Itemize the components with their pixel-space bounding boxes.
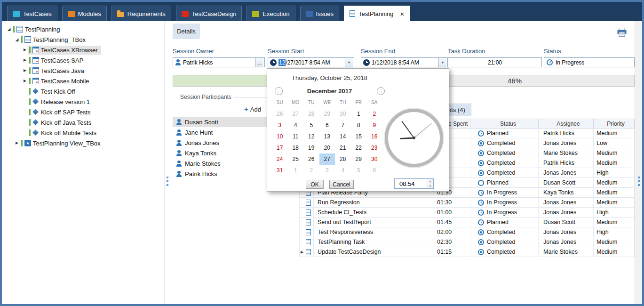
calendar-day[interactable]: 30: [335, 108, 351, 120]
calendar-day[interactable]: 11: [288, 131, 304, 142]
calendar-day[interactable]: 3: [319, 165, 335, 176]
tree-item[interactable]: TestCases Mobile: [2, 76, 164, 86]
calendar-day[interactable]: 26: [272, 108, 288, 120]
tree-item[interactable]: TestPlanning View_TBox: [2, 138, 164, 148]
calendar-day[interactable]: 28: [335, 153, 351, 165]
calendar-day[interactable]: 21: [335, 142, 351, 153]
task-duration-field[interactable]: 21:00: [448, 57, 542, 67]
tab-execution[interactable]: Execution ×: [246, 6, 295, 21]
calendar-day[interactable]: 16: [366, 131, 382, 142]
calendar-day[interactable]: 27: [288, 108, 304, 120]
tab-modules[interactable]: Modules ×: [62, 6, 107, 21]
tree-item[interactable]: Kick off Java Tests: [2, 117, 164, 128]
spinner-down-icon[interactable]: [427, 184, 433, 188]
status-field[interactable]: In Progress: [544, 57, 635, 67]
task-row[interactable]: Run Regression 01:30 In Progress Jonas J…: [299, 198, 635, 208]
calendar-day[interactable]: 8: [351, 120, 367, 131]
print-button[interactable]: [616, 27, 628, 38]
add-participant-button[interactable]: Add: [244, 105, 261, 113]
row-expander-icon[interactable]: [301, 250, 305, 254]
tree-item[interactable]: Release version 1: [2, 97, 164, 107]
calendar-day[interactable]: 9: [366, 120, 382, 131]
calendar-day[interactable]: 29: [351, 153, 367, 165]
calendar-day[interactable]: 30: [366, 153, 382, 165]
calendar-day[interactable]: 2: [366, 108, 382, 120]
calendar-day[interactable]: 12: [303, 131, 319, 142]
tree-expander-icon[interactable]: [14, 138, 20, 148]
prev-month-icon[interactable]: ←: [275, 87, 283, 95]
tree-item[interactable]: Test Kick Off: [2, 86, 164, 97]
dropdown-button[interactable]: [345, 58, 353, 67]
calendar-day[interactable]: 15: [351, 131, 367, 142]
tree-expander-icon[interactable]: [22, 65, 28, 76]
calendar-day[interactable]: 4: [335, 165, 351, 176]
vertical-scrollbar[interactable]: [635, 21, 642, 304]
calendar-day[interactable]: 20: [319, 142, 335, 153]
tree-item[interactable]: TestPlanning: [2, 24, 164, 34]
tree-expander-icon[interactable]: [6, 24, 12, 35]
tree-item[interactable]: TestCases SAP: [2, 55, 164, 65]
calendar-day[interactable]: 24: [272, 153, 288, 165]
tab-testcases[interactable]: TestCases ×: [7, 6, 57, 21]
session-owner-field[interactable]: Patrik Hicks ...: [173, 57, 265, 67]
task-row[interactable]: TestPlanning Task 02:30 Completed Jonas …: [299, 237, 635, 247]
tree-expander-icon[interactable]: [22, 55, 28, 65]
calendar-day[interactable]: 27: [319, 153, 335, 165]
calendar-day[interactable]: 23: [366, 142, 382, 153]
calendar-day[interactable]: 6: [366, 165, 382, 176]
cancel-button[interactable]: Cancel: [329, 180, 354, 189]
calendar-day[interactable]: 10: [272, 131, 288, 142]
tree-item[interactable]: TestCases Java: [2, 65, 164, 76]
tree-expander-icon[interactable]: [22, 76, 28, 86]
calendar-day[interactable]: 7: [335, 120, 351, 131]
tab-issues[interactable]: Issues ×: [300, 6, 340, 21]
tab-requirements[interactable]: Requirements ×: [111, 6, 171, 21]
task-row[interactable]: Schedule CI_Tests 01:00 In Progress Jona…: [299, 208, 635, 217]
tab-testplanning[interactable]: TestPlanning ×: [344, 6, 410, 21]
tab-details[interactable]: Details: [173, 24, 200, 39]
calendar-day[interactable]: 6: [319, 120, 335, 131]
calendar-day[interactable]: 5: [351, 165, 367, 176]
browse-button[interactable]: ...: [255, 58, 263, 67]
tree-item[interactable]: Kick off SAP Tests: [2, 107, 164, 117]
calendar-day[interactable]: 26: [303, 153, 319, 165]
tree-item[interactable]: TestCases XBrowser: [2, 45, 164, 55]
calendar-day[interactable]: 17: [272, 142, 288, 153]
tab-close-icon[interactable]: ×: [400, 10, 405, 17]
calendar-day[interactable]: 29: [319, 108, 335, 120]
calendar-day[interactable]: 18: [288, 142, 304, 153]
calendar-day[interactable]: 22: [351, 142, 367, 153]
calendar-day[interactable]: 14: [335, 131, 351, 142]
ok-button[interactable]: OK: [306, 180, 324, 189]
calendar-day[interactable]: 5: [303, 120, 319, 131]
spinner-up-icon[interactable]: [427, 179, 433, 184]
column-status[interactable]: Status: [470, 119, 539, 128]
tab-testcasedesign[interactable]: TestCaseDesign ×: [176, 6, 242, 21]
calendar-day[interactable]: 3: [272, 120, 288, 131]
task-row[interactable]: Send out TestReport 01:45 Planned Dusan …: [299, 217, 635, 227]
column-assignee[interactable]: Assignee: [539, 119, 594, 128]
calendar-day[interactable]: 1: [288, 165, 304, 176]
calendar-day[interactable]: 19: [303, 142, 319, 153]
tree-item[interactable]: Kick off Mobile Tests: [2, 128, 164, 138]
calendar-day[interactable]: 4: [288, 120, 304, 131]
time-input[interactable]: 08:54: [394, 178, 434, 189]
calendar-day[interactable]: 28: [303, 108, 319, 120]
tree-expander-icon[interactable]: [14, 34, 20, 45]
session-end-field[interactable]: 1/12/2018 8:54 AM: [361, 57, 448, 67]
calendar-day[interactable]: 1: [351, 108, 367, 120]
session-start-field[interactable]: 12 /27/2017 8:54 AM: [268, 57, 354, 67]
tree-expander-icon[interactable]: [22, 45, 28, 55]
calendar-month-label[interactable]: December 2017: [286, 88, 373, 95]
task-row[interactable]: Update TestCaseDesign 01:15 Completed Ma…: [299, 247, 635, 257]
calendar-day[interactable]: 13: [319, 131, 335, 142]
calendar-day[interactable]: 25: [288, 153, 304, 165]
column-priority[interactable]: Priority: [594, 119, 635, 128]
tree-item[interactable]: TestPlanning_TBox: [2, 34, 164, 45]
calendar-day[interactable]: 31: [272, 165, 288, 176]
task-row[interactable]: Test Responsiveness 02:00 Completed Jona…: [299, 227, 635, 237]
next-month-icon[interactable]: →: [377, 87, 385, 95]
dropdown-button[interactable]: [438, 58, 446, 67]
calendar-day[interactable]: 2: [303, 165, 319, 176]
tree-splitter[interactable]: [164, 21, 170, 304]
